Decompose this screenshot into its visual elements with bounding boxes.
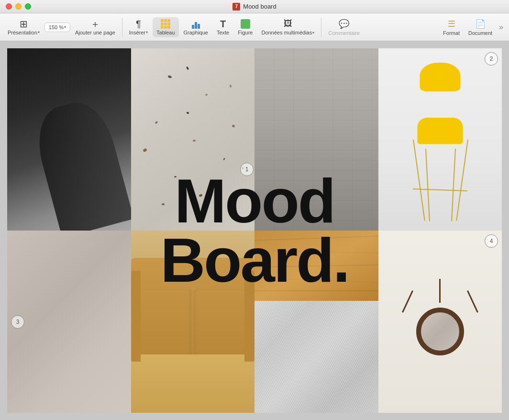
- table-icon: [161, 19, 170, 29]
- insert-arrow: ▾: [146, 30, 148, 34]
- page-number-3: 3: [11, 315, 24, 329]
- chart-icon: [192, 19, 200, 29]
- toolbar-expand-icon[interactable]: »: [497, 23, 505, 32]
- traffic-lights[interactable]: [6, 3, 31, 10]
- zoom-control[interactable]: 150 % ▾: [44, 22, 70, 32]
- app-icon: 7: [232, 3, 240, 11]
- text-button[interactable]: T Texte: [213, 17, 233, 37]
- zoom-value: 150 %: [49, 24, 64, 30]
- image-fur: [254, 301, 378, 413]
- presentation-icon: ⊞: [20, 19, 28, 29]
- page: 1 2: [7, 48, 502, 413]
- presentation-arrow: ▾: [38, 30, 40, 34]
- minimize-button[interactable]: [15, 3, 22, 10]
- chart-label: Graphique: [184, 30, 208, 35]
- format-label: Format: [443, 30, 460, 36]
- format-button[interactable]: ☰ Format: [439, 17, 464, 38]
- document-icon: 📄: [475, 19, 486, 29]
- insert-icon: ¶: [136, 19, 141, 29]
- image-wood: [254, 231, 378, 301]
- chart-button[interactable]: Graphique: [180, 17, 212, 37]
- add-page-label: Ajouter une page: [75, 30, 115, 35]
- close-button[interactable]: [6, 3, 12, 10]
- title-text: Mood board: [243, 3, 276, 10]
- text-icon: T: [220, 19, 226, 29]
- canvas: 1 2: [0, 41, 509, 420]
- text-label: Texte: [217, 30, 229, 35]
- table-button[interactable]: Tableau: [153, 17, 179, 37]
- image-mirror: [378, 231, 502, 413]
- presentation-button[interactable]: ⊞ Présentation ▾: [4, 17, 44, 37]
- media-label: Données multimédias: [261, 30, 312, 35]
- divider-2: [321, 18, 321, 37]
- media-arrow: ▾: [312, 31, 314, 35]
- toolbar: ⊞ Présentation ▾ 150 % ▾ ＋ Ajouter une p…: [0, 13, 509, 41]
- image-chair: [7, 48, 131, 231]
- document-button[interactable]: 📄 Document: [465, 17, 496, 38]
- quadrant-bottom-right: 4 1 — Terrazzo Floors 2 — Pop Color 3 — …: [254, 231, 502, 413]
- page-number-2: 2: [485, 52, 498, 66]
- shape-label: Figure: [238, 30, 253, 35]
- comment-icon: 💬: [339, 19, 349, 29]
- image-yellow-chair: [378, 48, 502, 231]
- image-plaster-wall: [7, 231, 131, 413]
- page-number-1: 1: [240, 163, 254, 176]
- media-button[interactable]: 🖼 Données multimédias ▾: [257, 17, 318, 37]
- add-page-icon: ＋: [90, 19, 100, 29]
- add-page-button[interactable]: ＋ Ajouter une page: [71, 17, 119, 37]
- titlebar: 7 Mood board: [0, 0, 509, 13]
- comment-label: Commentaire: [328, 30, 360, 36]
- divider-1: [122, 18, 122, 37]
- image-sofa: [131, 231, 255, 413]
- image-concrete: [254, 48, 378, 231]
- fullscreen-button[interactable]: [25, 3, 31, 10]
- shape-icon: [241, 19, 250, 29]
- image-terrazzo: [131, 48, 255, 231]
- page-number-4: 4: [485, 234, 498, 248]
- quadrant-top-left: 1: [7, 48, 254, 231]
- zoom-arrow: ▾: [64, 25, 66, 29]
- quadrant-top-right: 2: [254, 48, 502, 231]
- presentation-label: Présentation: [8, 30, 37, 35]
- insert-button[interactable]: ¶ Insérer ▾: [125, 17, 152, 37]
- comment-button[interactable]: 💬 Commentaire: [324, 17, 364, 38]
- insert-label: Insérer: [129, 30, 145, 35]
- quadrant-bottom-left: 3: [7, 231, 254, 413]
- window-title: 7 Mood board: [232, 3, 276, 11]
- document-label: Document: [468, 30, 492, 36]
- shape-button[interactable]: Figure: [234, 17, 256, 37]
- format-icon: ☰: [448, 19, 455, 29]
- media-icon: 🖼: [284, 19, 292, 29]
- table-label: Tableau: [156, 30, 175, 35]
